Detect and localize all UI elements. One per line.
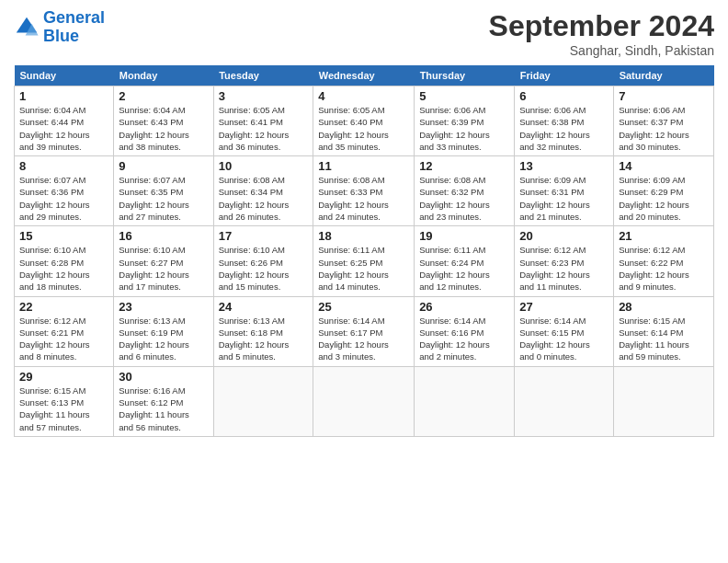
day-info: Sunrise: 6:05 AM Sunset: 6:40 PM Dayligh… (318, 104, 409, 153)
day-cell: 7Sunrise: 6:06 AM Sunset: 6:37 PM Daylig… (614, 86, 714, 156)
title-area: September 2024 Sanghar, Sindh, Pakistan (489, 9, 714, 58)
day-info: Sunrise: 6:14 AM Sunset: 6:16 PM Dayligh… (419, 315, 509, 363)
day-number: 4 (318, 89, 409, 103)
day-info: Sunrise: 6:10 AM Sunset: 6:26 PM Dayligh… (219, 244, 309, 293)
day-number: 13 (519, 159, 609, 173)
day-info: Sunrise: 6:08 AM Sunset: 6:34 PM Dayligh… (219, 174, 309, 223)
day-cell (213, 366, 313, 436)
day-number: 6 (519, 89, 609, 103)
day-cell: 13Sunrise: 6:09 AM Sunset: 6:31 PM Dayli… (515, 156, 614, 226)
weekday-header-wednesday: Wednesday (313, 65, 415, 86)
day-cell: 16Sunrise: 6:10 AM Sunset: 6:27 PM Dayli… (114, 226, 213, 296)
day-number: 21 (619, 229, 709, 243)
day-cell: 26Sunrise: 6:14 AM Sunset: 6:16 PM Dayli… (415, 296, 515, 366)
day-cell: 2Sunrise: 6:04 AM Sunset: 6:43 PM Daylig… (114, 86, 213, 156)
day-number: 29 (19, 370, 108, 384)
day-number: 9 (119, 159, 208, 173)
day-info: Sunrise: 6:13 AM Sunset: 6:18 PM Dayligh… (219, 315, 309, 363)
day-info: Sunrise: 6:10 AM Sunset: 6:28 PM Dayligh… (19, 244, 108, 293)
day-number: 18 (318, 229, 409, 243)
day-number: 28 (619, 300, 709, 314)
day-cell: 14Sunrise: 6:09 AM Sunset: 6:29 PM Dayli… (614, 156, 714, 226)
day-number: 7 (619, 89, 709, 103)
day-number: 22 (19, 300, 108, 314)
day-cell: 20Sunrise: 6:12 AM Sunset: 6:23 PM Dayli… (515, 226, 614, 296)
day-info: Sunrise: 6:06 AM Sunset: 6:38 PM Dayligh… (519, 104, 609, 153)
day-cell: 5Sunrise: 6:06 AM Sunset: 6:39 PM Daylig… (415, 86, 515, 156)
day-number: 25 (318, 300, 409, 314)
day-cell (614, 366, 714, 436)
day-cell: 18Sunrise: 6:11 AM Sunset: 6:25 PM Dayli… (313, 226, 415, 296)
week-row-2: 8Sunrise: 6:07 AM Sunset: 6:36 PM Daylig… (15, 156, 714, 226)
calendar-table: SundayMondayTuesdayWednesdayThursdayFrid… (14, 65, 714, 437)
day-info: Sunrise: 6:07 AM Sunset: 6:36 PM Dayligh… (19, 174, 108, 223)
day-number: 3 (219, 89, 309, 103)
day-number: 15 (19, 229, 108, 243)
day-info: Sunrise: 6:09 AM Sunset: 6:31 PM Dayligh… (519, 174, 609, 223)
day-number: 20 (519, 229, 609, 243)
day-info: Sunrise: 6:12 AM Sunset: 6:22 PM Dayligh… (619, 244, 709, 293)
day-info: Sunrise: 6:08 AM Sunset: 6:33 PM Dayligh… (318, 174, 409, 223)
week-row-1: 1Sunrise: 6:04 AM Sunset: 6:44 PM Daylig… (15, 86, 714, 156)
day-cell: 1Sunrise: 6:04 AM Sunset: 6:44 PM Daylig… (15, 86, 114, 156)
day-info: Sunrise: 6:10 AM Sunset: 6:27 PM Dayligh… (119, 244, 208, 293)
day-cell: 12Sunrise: 6:08 AM Sunset: 6:32 PM Dayli… (415, 156, 515, 226)
day-cell: 28Sunrise: 6:15 AM Sunset: 6:14 PM Dayli… (614, 296, 714, 366)
week-row-3: 15Sunrise: 6:10 AM Sunset: 6:28 PM Dayli… (15, 226, 714, 296)
day-cell: 22Sunrise: 6:12 AM Sunset: 6:21 PM Dayli… (15, 296, 114, 366)
day-cell: 19Sunrise: 6:11 AM Sunset: 6:24 PM Dayli… (415, 226, 515, 296)
day-cell: 24Sunrise: 6:13 AM Sunset: 6:18 PM Dayli… (213, 296, 313, 366)
day-info: Sunrise: 6:08 AM Sunset: 6:32 PM Dayligh… (419, 174, 509, 223)
day-cell: 27Sunrise: 6:14 AM Sunset: 6:15 PM Dayli… (515, 296, 614, 366)
month-title: September 2024 (489, 9, 714, 43)
day-cell: 8Sunrise: 6:07 AM Sunset: 6:36 PM Daylig… (15, 156, 114, 226)
day-info: Sunrise: 6:11 AM Sunset: 6:25 PM Dayligh… (318, 244, 409, 293)
day-cell: 4Sunrise: 6:05 AM Sunset: 6:40 PM Daylig… (313, 86, 415, 156)
day-info: Sunrise: 6:13 AM Sunset: 6:19 PM Dayligh… (119, 315, 208, 363)
day-cell (415, 366, 515, 436)
location-subtitle: Sanghar, Sindh, Pakistan (489, 43, 714, 58)
day-info: Sunrise: 6:05 AM Sunset: 6:41 PM Dayligh… (219, 104, 309, 153)
header: General Blue September 2024 Sanghar, Sin… (14, 9, 714, 58)
day-info: Sunrise: 6:04 AM Sunset: 6:43 PM Dayligh… (119, 104, 208, 153)
day-info: Sunrise: 6:15 AM Sunset: 6:13 PM Dayligh… (19, 385, 108, 433)
day-number: 14 (619, 159, 709, 173)
day-number: 1 (19, 89, 108, 103)
logo: General Blue (14, 9, 105, 46)
day-number: 17 (219, 229, 309, 243)
day-cell: 23Sunrise: 6:13 AM Sunset: 6:19 PM Dayli… (114, 296, 213, 366)
day-number: 19 (419, 229, 509, 243)
day-cell: 15Sunrise: 6:10 AM Sunset: 6:28 PM Dayli… (15, 226, 114, 296)
day-number: 5 (419, 89, 509, 103)
day-cell: 11Sunrise: 6:08 AM Sunset: 6:33 PM Dayli… (313, 156, 415, 226)
day-info: Sunrise: 6:12 AM Sunset: 6:21 PM Dayligh… (19, 315, 108, 363)
day-number: 11 (318, 159, 409, 173)
weekday-header-row: SundayMondayTuesdayWednesdayThursdayFrid… (15, 65, 714, 86)
day-info: Sunrise: 6:06 AM Sunset: 6:37 PM Dayligh… (619, 104, 709, 153)
day-cell: 6Sunrise: 6:06 AM Sunset: 6:38 PM Daylig… (515, 86, 614, 156)
day-info: Sunrise: 6:04 AM Sunset: 6:44 PM Dayligh… (19, 104, 108, 153)
logo-icon (14, 15, 40, 40)
day-info: Sunrise: 6:15 AM Sunset: 6:14 PM Dayligh… (619, 315, 709, 363)
day-number: 23 (119, 300, 208, 314)
day-info: Sunrise: 6:09 AM Sunset: 6:29 PM Dayligh… (619, 174, 709, 223)
day-info: Sunrise: 6:11 AM Sunset: 6:24 PM Dayligh… (419, 244, 509, 293)
day-number: 8 (19, 159, 108, 173)
day-info: Sunrise: 6:06 AM Sunset: 6:39 PM Dayligh… (419, 104, 509, 153)
day-cell: 21Sunrise: 6:12 AM Sunset: 6:22 PM Dayli… (614, 226, 714, 296)
day-number: 30 (119, 370, 208, 384)
logo-line2: Blue (43, 27, 79, 45)
day-number: 10 (219, 159, 309, 173)
day-info: Sunrise: 6:12 AM Sunset: 6:23 PM Dayligh… (519, 244, 609, 293)
logo-line1: General (43, 8, 105, 27)
day-cell: 3Sunrise: 6:05 AM Sunset: 6:41 PM Daylig… (213, 86, 313, 156)
weekday-header-saturday: Saturday (614, 65, 714, 86)
day-cell (313, 366, 415, 436)
day-cell: 25Sunrise: 6:14 AM Sunset: 6:17 PM Dayli… (313, 296, 415, 366)
day-number: 26 (419, 300, 509, 314)
day-cell: 29Sunrise: 6:15 AM Sunset: 6:13 PM Dayli… (15, 366, 114, 436)
day-info: Sunrise: 6:14 AM Sunset: 6:17 PM Dayligh… (318, 315, 409, 363)
weekday-header-thursday: Thursday (415, 65, 515, 86)
day-number: 27 (519, 300, 609, 314)
day-number: 12 (419, 159, 509, 173)
